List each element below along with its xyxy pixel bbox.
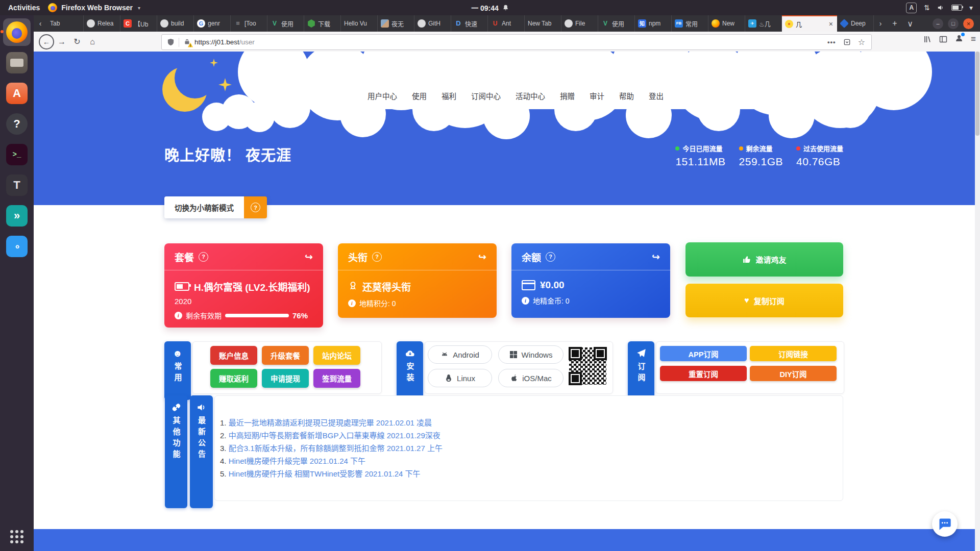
browser-tab[interactable]: Hello Vu (341, 15, 378, 32)
close-button[interactable]: × (963, 18, 974, 29)
windows-download-button[interactable]: Windows (498, 345, 564, 364)
latest-news-tab[interactable]: 最新公告 (190, 395, 213, 508)
dock-item-files[interactable] (3, 49, 31, 77)
url-bar[interactable]: ! https://j01.best /user ••• ☆ (161, 34, 872, 50)
dock-item-text-editor[interactable]: T (3, 171, 31, 199)
library-icon[interactable] (923, 35, 932, 43)
browser-tab[interactable]: 夜无 (378, 15, 414, 32)
volume-icon[interactable] (937, 4, 944, 11)
dock-item-vscode[interactable]: ‹› (3, 233, 31, 260)
site-nav-item[interactable]: 福利 (442, 90, 456, 101)
quick-action-button[interactable]: 签到流量 (313, 369, 360, 388)
browser-tab[interactable]: V 使用 (267, 15, 304, 32)
browser-tab[interactable]: 下载 (304, 15, 341, 32)
forward-button[interactable]: → (54, 35, 69, 49)
dock-item-remote-client[interactable]: » (3, 202, 31, 230)
quick-action-button[interactable]: 赚取返利 (210, 369, 257, 388)
dock-item-firefox[interactable] (3, 18, 31, 46)
site-nav-item[interactable]: 用户中心 (368, 90, 397, 101)
app-subscribe-button[interactable]: APP订阅 (660, 346, 747, 361)
linux-download-button[interactable]: Linux (428, 369, 492, 387)
reload-button[interactable]: ↻ (69, 35, 85, 49)
question-icon[interactable]: ? (199, 252, 208, 262)
browser-tab[interactable]: V 使用 (598, 15, 635, 32)
site-nav-item[interactable]: 活动中心 (516, 90, 545, 101)
ios-mac-download-button[interactable]: iOS/Mac (498, 369, 564, 387)
quick-action-button[interactable]: 申请提现 (262, 369, 309, 388)
quick-action-button[interactable]: 账户信息 (210, 346, 257, 365)
battery-icon[interactable] (951, 5, 962, 11)
quick-section-tab[interactable]: ☻ 常用 (164, 341, 191, 400)
power-chevron-icon[interactable]: ▾ (969, 4, 973, 12)
site-nav-item[interactable]: 订阅中心 (471, 90, 501, 101)
toggle-label[interactable]: 切换为小萌新模式 (164, 196, 244, 218)
shield-icon[interactable] (167, 38, 175, 46)
browser-tab[interactable]: build (157, 15, 194, 32)
browser-tab[interactable]: FB 常用 (672, 15, 708, 32)
announcement-link[interactable]: 配合3.1新版本升級，所有餘額調整到抵扣金幣 2021.01.27 上午 (229, 444, 443, 453)
browser-tab[interactable]: ≡ [Too (231, 15, 267, 32)
network-arrows-icon[interactable]: ⇅ (924, 4, 930, 12)
browser-tab[interactable]: Deep (837, 15, 874, 32)
newbie-mode-toggle[interactable]: 切换为小萌新模式 ? (164, 196, 267, 218)
other-functions-tab[interactable]: 其他功能 (165, 395, 187, 508)
browser-tab[interactable]: U Ant (488, 15, 525, 32)
browser-tab[interactable]: New (708, 15, 745, 32)
dock-item-ubuntu-software[interactable]: A (3, 80, 31, 107)
browser-tab[interactable]: 知 npm (635, 15, 672, 32)
share-icon[interactable]: ↪ (652, 251, 660, 263)
tab-scroll-right-button[interactable]: › (874, 15, 887, 32)
tab-close-icon[interactable]: × (828, 20, 834, 28)
show-applications-button[interactable] (0, 527, 34, 547)
chat-widget-button[interactable] (932, 511, 958, 537)
app-menu[interactable]: Firefox Web Browser ▾ (48, 3, 140, 12)
announcement-link[interactable]: 中高短期/中等長期套餐新增BGP入口華東專線 2021.01.29深夜 (229, 431, 440, 440)
tab-scroll-left-button[interactable]: ‹ (34, 15, 47, 32)
new-tab-button[interactable]: + (887, 15, 902, 32)
account-icon[interactable] (955, 34, 963, 44)
page-scrollbar[interactable] (975, 52, 980, 551)
browser-tab[interactable]: C 【Ub (120, 15, 157, 32)
browser-tab[interactable]: Relea (84, 15, 120, 32)
keyboard-layout-icon[interactable]: A (906, 3, 917, 13)
browser-tab[interactable]: D 快速 (451, 15, 488, 32)
browser-tab[interactable]: 几 × (782, 15, 837, 32)
maximize-button[interactable]: □ (948, 18, 959, 29)
bookmark-star-icon[interactable]: ☆ (858, 37, 865, 47)
system-indicators[interactable]: A ⇅ ▾ (906, 3, 980, 13)
site-nav-item[interactable]: 登出 (649, 90, 664, 101)
browser-tab[interactable]: New Tab (525, 15, 561, 32)
quick-action-button[interactable]: 站内论坛 (313, 346, 360, 365)
browser-tab[interactable]: ✈ ♨几 (745, 15, 782, 32)
lock-warning-icon[interactable]: ! (184, 38, 190, 46)
share-icon[interactable]: ↪ (305, 251, 313, 263)
page-actions-icon[interactable]: ••• (827, 38, 836, 46)
copy-subscription-button[interactable]: ♥ 复制订阅 (685, 284, 843, 317)
install-section-tab[interactable]: 安装 (397, 341, 423, 400)
question-icon[interactable]: ? (372, 252, 382, 262)
dock-item-terminal[interactable]: >_ (3, 141, 31, 168)
subscribe-section-tab[interactable]: 订阅 (628, 341, 654, 400)
browser-tab[interactable]: G genr (194, 15, 231, 32)
announcement-link[interactable]: Hinet機房硬件升級 相關TWHinet受影響 2021.01.24 下午 (229, 469, 421, 478)
tab-list-dropdown-button[interactable]: ∨ (902, 15, 918, 32)
site-nav-item[interactable]: 捐赠 (560, 90, 575, 101)
diy-subscription-button[interactable]: DIY订阅 (750, 366, 837, 381)
quick-action-button[interactable]: 升级套餐 (262, 346, 309, 365)
site-nav-item[interactable]: 帮助 (619, 90, 634, 101)
site-nav-item[interactable]: 审计 (590, 90, 604, 101)
toggle-help-button[interactable]: ? (244, 196, 267, 218)
reset-subscription-button[interactable]: 重置订阅 (660, 366, 747, 381)
minimize-button[interactable]: – (933, 18, 943, 29)
menu-hamburger-icon[interactable]: ≡ (971, 34, 976, 44)
system-clock[interactable]: 一 09:44 (471, 3, 509, 13)
back-button[interactable]: ← (39, 34, 54, 49)
home-button[interactable]: ⌂ (85, 35, 100, 49)
browser-tab[interactable]: Tab (47, 15, 84, 32)
announcement-link[interactable]: 最近一批地精邀請返利提現已提現處理完畢 2021.02.01 凌晨 (229, 418, 432, 427)
question-icon[interactable]: ? (546, 252, 555, 262)
scrollbar-thumb[interactable] (975, 52, 979, 136)
save-to-pocket-icon[interactable] (843, 38, 851, 46)
site-nav-item[interactable]: 使用 (412, 90, 427, 101)
browser-tab[interactable]: File (561, 15, 598, 32)
